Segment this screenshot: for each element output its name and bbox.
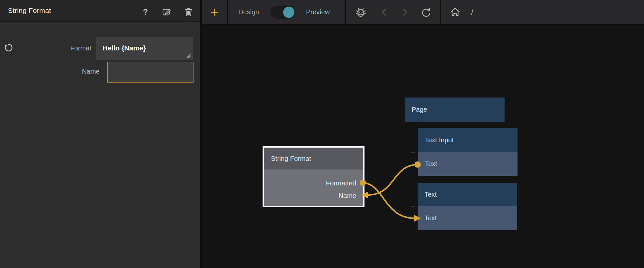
format-field-label: Format (32, 44, 91, 52)
toolbar-segment-path: / (441, 0, 644, 24)
reset-properties-button[interactable] (4, 43, 14, 53)
node-string-format-label: String Format (271, 155, 311, 163)
port-label-name: Name (339, 192, 356, 199)
selected-node-title: String Format (8, 7, 51, 15)
edit-icon (162, 7, 172, 17)
chevron-right-icon (401, 7, 409, 17)
help-icon: ? (143, 7, 148, 17)
port-name[interactable]: Name (339, 192, 356, 200)
preview-mode-label[interactable]: Preview (304, 0, 332, 24)
design-preview-toggle[interactable] (271, 6, 295, 19)
node-text-port-text[interactable]: Text (418, 206, 517, 230)
node-string-format[interactable]: String Format Formatted Name (263, 146, 364, 207)
nav-forward-button[interactable] (396, 0, 414, 24)
node-text-label: Text (425, 191, 437, 198)
node-text[interactable]: Text Text (418, 183, 517, 230)
refresh-icon (420, 6, 432, 18)
toolbar-segment-mode: Design Preview (228, 0, 345, 24)
toolbar-segment-nav (346, 0, 440, 24)
app-window: Page Text Input Text Text Text String Fo… (0, 0, 644, 268)
path-separator: / (471, 0, 473, 24)
home-button[interactable] (446, 0, 464, 24)
debug-button[interactable] (352, 0, 370, 24)
node-text-header[interactable]: Text (418, 183, 517, 206)
toggle-knob (283, 7, 294, 18)
home-icon (449, 7, 461, 18)
chevron-left-icon (380, 7, 388, 17)
name-input[interactable] (107, 62, 194, 83)
node-text-input-port-text[interactable]: Text (418, 152, 518, 176)
toolbar-segment-add: + (202, 0, 227, 24)
delete-button[interactable] (183, 7, 194, 17)
bug-icon (355, 6, 367, 18)
add-node-button[interactable]: + (202, 0, 227, 24)
node-text-input-label: Text Input (425, 136, 454, 144)
output-dot-formatted[interactable] (360, 180, 366, 186)
node-text-input[interactable]: Text Input Text (418, 128, 518, 176)
trash-icon (184, 7, 193, 17)
rotate-ccw-icon (4, 43, 14, 53)
name-field-label: Name (50, 68, 100, 75)
port-formatted[interactable]: Formatted (326, 179, 356, 187)
sidebar-divider (200, 0, 202, 268)
node-text-input-header[interactable]: Text Input (418, 128, 518, 152)
refresh-button[interactable] (417, 0, 436, 24)
plus-icon: + (210, 6, 218, 19)
node-page-label: Page (412, 106, 427, 113)
properties-sidebar: String Format ? (0, 0, 200, 268)
format-input[interactable]: Hello {Name} (96, 37, 193, 60)
node-string-format-header[interactable]: String Format (264, 148, 363, 169)
design-mode-label[interactable]: Design (236, 0, 261, 24)
sidebar-header: String Format ? (0, 0, 200, 22)
node-page-header[interactable]: Page (405, 98, 505, 122)
port-label-text: Text (425, 160, 437, 168)
nav-back-button[interactable] (375, 0, 393, 24)
port-label-text: Text (425, 214, 437, 222)
port-label-formatted: Formatted (326, 179, 356, 187)
help-button[interactable]: ? (140, 7, 151, 17)
toolbar: + Design Preview (202, 0, 644, 25)
node-page[interactable]: Page (405, 98, 505, 122)
edit-button[interactable] (161, 7, 172, 17)
output-dot-textinput-text[interactable] (415, 162, 421, 168)
